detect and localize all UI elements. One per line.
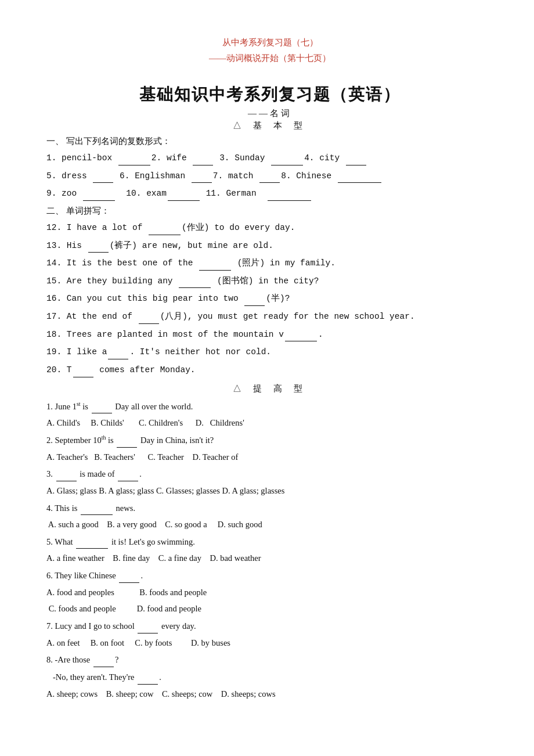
q14: 14. It is the best one of the (照片) in my…	[46, 255, 493, 271]
mc-q8-choices: A. sheep; cows B. sheep; cow C. sheeps; …	[46, 687, 493, 701]
section-triangle-advanced: △ 提 高 型	[46, 383, 493, 394]
mc-q4-choices: A. such a good B. a very good C. so good…	[46, 517, 493, 532]
page-container: 从中考系列复习题（七） ——动词概说开始（第十七页） 基础知识中考系列复习题（英…	[46, 35, 493, 701]
blank-zoo[interactable]	[83, 186, 115, 201]
q16: 16. Can you cut this big pear into two (…	[46, 291, 493, 306]
mc-q7: 7. Lucy and I go to school every day.	[46, 618, 493, 633]
mc-q3: 3. is made of .	[46, 466, 493, 481]
blank-pencilbox[interactable]	[118, 150, 150, 165]
mc-q2-choices: A. Teacher's B. Teachers' C. Teacher D. …	[46, 450, 493, 465]
mc-q5: 5. What it is! Let's go swimming.	[46, 534, 493, 549]
blank-mc7[interactable]	[138, 618, 158, 633]
blank-german[interactable]	[268, 186, 311, 201]
q18: 18. Trees are planted in most of the mou…	[46, 327, 493, 342]
blank-q12[interactable]	[149, 220, 181, 235]
blank-match[interactable]	[259, 168, 280, 183]
header-section: 从中考系列复习题（七） ——动词概说开始（第十七页）	[46, 35, 493, 66]
blank-q13[interactable]	[88, 238, 109, 253]
q13: 13. His (裤子) are new, but mine are old.	[46, 238, 493, 253]
blank-mc6[interactable]	[119, 568, 139, 583]
mc-q4: 4. This is news.	[46, 501, 493, 516]
part2-label: 二、 单词拼写：	[46, 206, 493, 217]
blank-q14[interactable]	[199, 255, 231, 271]
part1-label: 一、 写出下列名词的复数形式：	[46, 136, 493, 147]
q12: 12. I have a lot of (作业) to do every day…	[46, 220, 493, 235]
blank-wife[interactable]	[193, 150, 213, 165]
q17: 17. At the end of (八月), you must get rea…	[46, 309, 493, 324]
q20: 20. T comes after Monday.	[46, 362, 493, 377]
mc-q1-choices: A. Child's B. Childs' C. Children's D. C…	[46, 416, 493, 430]
mc-q1: 1. June 1st is Day all over the world.	[46, 399, 493, 414]
blank-sunday[interactable]	[271, 150, 303, 165]
mc-q6: 6. They like Chinese .	[46, 568, 493, 583]
blank-chinese[interactable]	[338, 168, 381, 183]
blank-mc4[interactable]	[81, 501, 113, 516]
blank-city[interactable]	[346, 150, 366, 165]
q15: 15. Are they building any (图书馆) in the c…	[46, 273, 493, 289]
blank-mc3b[interactable]	[118, 466, 138, 481]
blank-q19[interactable]	[108, 344, 128, 359]
blank-q18[interactable]	[285, 327, 317, 342]
main-title: 基础知识中考系列复习题（英语）	[46, 84, 493, 106]
blank-mc8b[interactable]	[138, 669, 158, 685]
mc-q6-choices-b: C. foods and people D. food and people	[46, 602, 493, 616]
header-line2: ——动词概说开始（第十七页）	[46, 51, 493, 66]
mc-q6-choices-a: A. food and peoples B. foods and people	[46, 585, 493, 600]
blank-exam[interactable]	[168, 186, 200, 201]
blank-q17[interactable]	[139, 309, 159, 324]
q19: 19. I like a . It's neither hot nor cold…	[46, 344, 493, 359]
part1-line3: 9. zoo 10. exam 11. German	[46, 186, 493, 201]
mc-q7-choices: A. on feet B. on foot C. by foots D. by …	[46, 636, 493, 650]
blank-mc2[interactable]	[117, 433, 137, 448]
blank-englishman[interactable]	[192, 168, 212, 183]
blank-q16[interactable]	[244, 291, 265, 306]
blank-q15[interactable]	[179, 273, 211, 289]
subtitle: ——名词	[46, 108, 493, 119]
mc-q2: 2. September 10th is Day in China, isn't…	[46, 433, 493, 448]
blank-mc8a[interactable]	[93, 652, 114, 667]
mc-q3-choices: A. Glass; glass B. A glass; glass C. Gla…	[46, 484, 493, 498]
mc-q5-choices: A. a fine weather B. fine day C. a fine …	[46, 551, 493, 566]
blank-q20[interactable]	[73, 362, 93, 377]
mc-q8-line2: -No, they aren't. They're .	[46, 669, 493, 685]
part1-line1: 1. pencil-box 2. wife 3. Sunday 4. city	[46, 150, 493, 165]
blank-mc1[interactable]	[92, 399, 112, 414]
blank-dress[interactable]	[93, 168, 113, 183]
header-line1: 从中考系列复习题（七）	[46, 35, 493, 51]
part1-line2: 5. dress 6. Englishman 7. match 8. Chine…	[46, 168, 493, 183]
blank-mc5[interactable]	[76, 534, 108, 549]
mc-q8: 8. -Are those ?	[46, 652, 493, 667]
section-triangle-basic: △ 基 本 型	[46, 120, 493, 131]
blank-mc3a[interactable]	[56, 466, 77, 481]
